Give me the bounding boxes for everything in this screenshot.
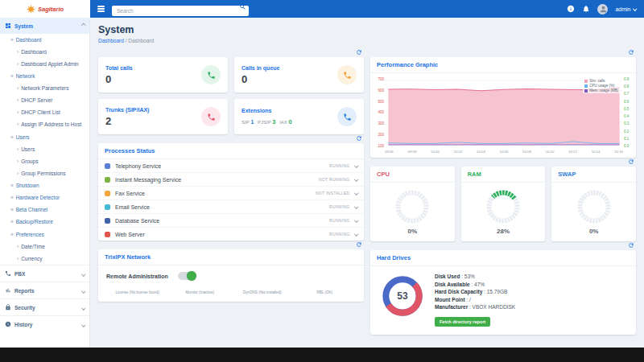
chevron-right-icon: › [17,85,19,92]
phone-call-icon [201,65,221,84]
legend-swatch [584,84,588,88]
y-tick-left: 600 [374,88,384,93]
chevron-right-icon: › [17,109,19,116]
sidebar-item-users[interactable]: ›Users [0,143,89,155]
sidebar-item-network-parameters[interactable]: ›Network Parameters [0,83,89,95]
service-status: RUNNING [329,218,349,223]
sidebar-item-network[interactable]: »Network [0,70,89,82]
process-row-fax-service[interactable]: Fax ServiceNOT INSTALLED [98,187,364,200]
sidebar-item-label: Network [16,73,35,80]
top-header: Sagitario admin [0,0,644,18]
menu-toggle-icon[interactable] [97,6,105,11]
service-icon [105,163,110,169]
refresh-gauges-icon[interactable] [628,158,634,165]
hd-detail-label: Manufacturer [435,304,468,310]
refresh-network-icon[interactable] [356,241,362,248]
sidebar-item-group-permissions[interactable]: ›Group Permissions [0,167,89,179]
chevron-down-icon[interactable] [354,232,358,237]
user-menu[interactable]: admin [615,6,636,12]
service-name: Instant Messaging Service [115,177,314,183]
sidebar-item-assign-ip-address-to-host[interactable]: ›Assign IP Address to Host [0,119,89,131]
sidebar-item-dashboard-applet-admin[interactable]: ›Dashboard Applet Admin [0,58,89,70]
process-row-instant-messaging-service[interactable]: Instant Messaging ServiceNOT RUNNING [98,173,364,187]
sidebar-item-label: Users [16,134,30,141]
sidebar-section-security[interactable]: Security [0,298,89,315]
perf-right-ticks: 0.90.80.70.60.50.40.30.20.10.0 [622,77,632,148]
chevron-right-icon: › [17,49,19,56]
refresh-processes-icon[interactable] [356,135,362,142]
sidebar-section-history[interactable]: History [0,315,89,332]
chevron-down-icon [81,289,85,293]
chevron-down-icon[interactable] [354,219,358,223]
refresh-stats-icon[interactable] [356,49,362,56]
stat-label: Extensions [242,108,295,113]
lock-icon [5,304,11,311]
y-tick-right: 0.7 [624,92,630,96]
search-icon[interactable] [239,3,246,10]
sidebar-item-currency[interactable]: ›Currency [0,253,89,265]
sidebar-item-hardware-detector[interactable]: »Hardware Detector [0,192,89,204]
chevron-right-icon: » [10,207,14,213]
legend-swatch [584,89,588,93]
hd-donut-chart: 53 [380,274,425,319]
refresh-harddrives-icon[interactable] [628,242,634,249]
sidebar-section-reports[interactable]: Reports [0,282,89,298]
service-icon [105,204,110,210]
hd-detail-value: 47% [474,282,485,287]
info-icon[interactable] [567,5,575,13]
breadcrumb-link[interactable]: Dashboard [98,38,124,43]
sidebar-item-preferences[interactable]: »Preferences [0,228,89,241]
chevron-down-icon[interactable] [354,164,358,168]
sidebar-item-dashboard[interactable]: ›Dashboard [0,46,89,58]
bell-icon[interactable] [582,5,590,13]
stat-card-trunks-sip-iax: Trunks (SIP/IAX)2 [98,99,228,134]
status-label: RBL (OK) [294,290,357,295]
legend-item: Sim. calls [584,79,618,83]
process-row-email-service[interactable]: Email ServiceRUNNING [98,200,364,214]
y-tick-right: 0.3 [624,121,630,125]
service-name: Fax Service [115,191,311,196]
refresh-performance-icon[interactable] [628,49,634,56]
process-row-telephony-service[interactable]: Telephony ServiceRUNNING [98,159,364,173]
sidebar-item-label: Dashboard [21,49,47,56]
avatar[interactable] [597,4,608,14]
network-status-license: License (No license found) [106,288,169,294]
y-tick-left: 700 [374,77,384,81]
chevron-down-icon[interactable] [354,205,358,209]
sidebar-section-system[interactable]: System [0,18,89,34]
process-row-web-server[interactable]: Web ServerRUNNING [98,228,364,241]
sidebar-item-groups[interactable]: ›Groups [0,155,89,167]
sidebar-section-pbx[interactable]: PBX [0,265,89,282]
search-input[interactable] [112,6,249,16]
x-tick: 10:06 [500,150,509,154]
hd-detail-mount-point: Mount Point : / [435,297,515,302]
service-icon [105,177,110,183]
chevron-down-icon[interactable] [354,178,358,182]
hd-detail-value: 53% [464,274,475,279]
service-status: NOT INSTALLED [316,191,350,195]
sidebar-item-beta-channel[interactable]: »Beta Channel [0,204,89,216]
sidebar-item-label: DHCP Client List [21,109,60,116]
sidebar-item-label: Date/Time [21,244,45,250]
y-tick-right: 0.2 [624,130,630,134]
sidebar-item-shutdown[interactable]: »Shutdown [0,180,89,192]
network-status-rbl: RBL (OK) [294,288,357,294]
process-row-database-service[interactable]: Database ServiceRUNNING [98,214,364,228]
sidebar-item-users[interactable]: »Users [0,131,89,143]
sidebar-section-label: Reports [14,288,35,294]
app-logo[interactable]: Sagitario [0,0,90,18]
sidebar-item-dashboard[interactable]: »Dashboard [0,34,89,46]
fetch-directory-report-button[interactable]: Fetch directory report [435,317,490,327]
sidebar-item-date-time[interactable]: ›Date/Time [0,241,89,253]
hard-drives-title: Hard Drives [370,250,636,266]
remote-admin-toggle[interactable] [178,272,196,280]
chevron-up-icon [81,24,85,28]
chevron-down-icon[interactable] [354,191,358,195]
sidebar-item-dhcp-client-list[interactable]: ›DHCP Client List [0,107,89,119]
ext-count: 1 [250,118,254,125]
chevron-right-icon: › [17,121,19,128]
search-box [112,2,249,16]
sidebar-item-backup-restore[interactable]: »Backup/Restore [0,216,89,228]
sidebar-item-dhcp-server[interactable]: ›DHCP Server [0,95,89,107]
ext-count: 0 [289,118,292,125]
